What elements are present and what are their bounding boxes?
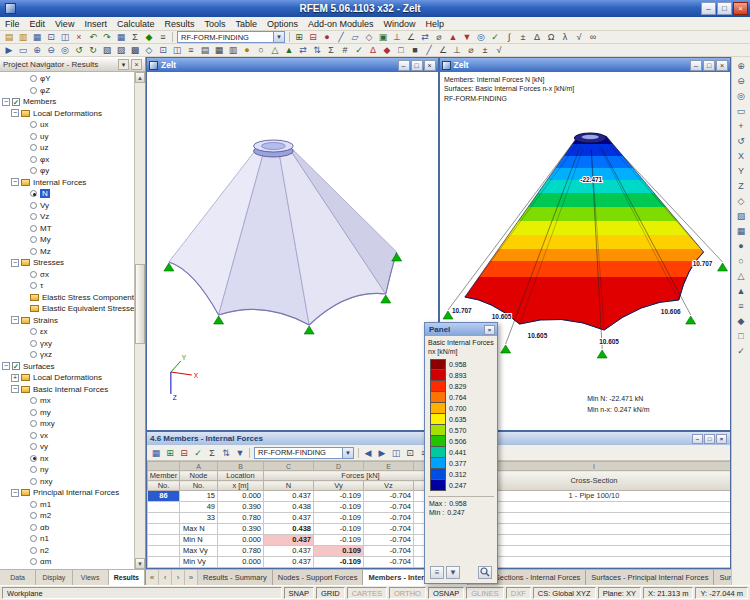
isometric-view-icon[interactable]: ◇ (142, 44, 156, 56)
menu-insert[interactable]: Insert (79, 17, 112, 31)
scroll-up-icon[interactable]: ▲ (135, 72, 145, 83)
dynamics-icon[interactable]: Ω (544, 31, 558, 43)
color-scale-icon[interactable]: ◆ (380, 44, 394, 56)
force-cell[interactable]: -0.109 (314, 513, 364, 524)
viewport-minimize-button[interactable]: – (398, 60, 410, 71)
location-cell[interactable]: 0.000 (218, 557, 264, 568)
verify-icon[interactable]: √ (572, 31, 586, 43)
transparent-icon[interactable]: ▥ (226, 44, 240, 56)
copy-icon[interactable]: ◫ (58, 31, 72, 43)
section-line-icon[interactable]: ╱ (422, 44, 436, 56)
expander-icon[interactable]: − (2, 98, 10, 106)
header-n[interactable]: N (264, 481, 314, 491)
header-node[interactable]: Node (180, 471, 218, 481)
header-vy[interactable]: Vy (314, 481, 364, 491)
supports-toggle-icon[interactable]: ▲ (734, 284, 749, 298)
viewport-title-bar[interactable]: Zelt – □ × (147, 58, 438, 72)
support-icon[interactable]: ▣ (376, 31, 390, 43)
tree-item-vx[interactable]: vx (0, 430, 134, 442)
print-table-icon[interactable]: ⊡ (403, 447, 417, 459)
supports-display-icon[interactable]: ▲ (282, 44, 296, 56)
expander-icon[interactable]: − (11, 489, 19, 497)
member-cell[interactable] (148, 524, 180, 535)
tree-item-x[interactable]: εx (0, 326, 134, 338)
columns-icon[interactable]: ◫ (389, 447, 403, 459)
radio-icon[interactable] (30, 167, 37, 174)
menu-window[interactable]: Window (379, 17, 421, 31)
force-cell[interactable]: -0.109 (314, 524, 364, 535)
viewport-close-button[interactable]: × (424, 60, 436, 71)
force-cell[interactable]: -0.704 (364, 524, 414, 535)
angle-icon[interactable]: ∠ (404, 31, 418, 43)
load-down-icon[interactable]: ▼ (460, 31, 474, 43)
force-cell[interactable]: -0.109 (314, 557, 364, 568)
tree-item-b[interactable]: αb (0, 522, 134, 534)
force-cell[interactable]: 0.438 (264, 502, 314, 513)
force-cell[interactable]: 0.437 (264, 546, 314, 557)
radio-icon[interactable] (30, 501, 37, 508)
menu-view[interactable]: View (50, 17, 79, 31)
panel-filter-button[interactable]: ▼ (446, 566, 460, 579)
line-icon[interactable]: ╱ (334, 31, 348, 43)
radio-icon[interactable] (30, 156, 37, 163)
tree-item-y[interactable]: φY (0, 73, 134, 85)
snap-toggle-icon[interactable]: ▦ (734, 224, 749, 238)
tree-item-uy[interactable]: uy (0, 131, 134, 143)
member-cell[interactable] (148, 502, 180, 513)
column-letter[interactable]: B (218, 462, 264, 471)
view-y-icon[interactable]: Y (734, 164, 749, 178)
tab-scroll-icon[interactable]: ‹ (159, 570, 172, 585)
expander-icon[interactable]: − (11, 259, 19, 267)
sum-icon[interactable]: Σ (205, 447, 219, 459)
rotate-right-icon[interactable]: ↻ (86, 44, 100, 56)
column-letter[interactable]: D (314, 462, 364, 471)
tree-item-internal-forces[interactable]: −Internal Forces (0, 177, 134, 189)
check-icon[interactable]: ✓ (488, 31, 502, 43)
table-manager-icon[interactable]: ▦ (149, 447, 163, 459)
header-node-no[interactable]: No. (180, 481, 218, 491)
tree-item-strains[interactable]: −Strains (0, 315, 134, 327)
zoom-region-icon[interactable]: ▭ (734, 104, 749, 118)
node-cell[interactable]: Max Vy (180, 546, 218, 557)
tree-item-local-deformations[interactable]: +Local Deformations (0, 372, 134, 384)
force-cell[interactable]: -0.109 (314, 502, 364, 513)
radio-icon[interactable] (30, 478, 37, 485)
validate-icon[interactable]: √ (492, 44, 506, 56)
radio-icon[interactable] (30, 202, 37, 209)
tree-item-mt[interactable]: MT (0, 223, 134, 235)
display-options-icon[interactable]: ≡ (184, 44, 198, 56)
status-coordinate-system[interactable]: CS: Global XYZ (533, 587, 596, 599)
section-icon[interactable]: ⌀ (432, 31, 446, 43)
cross-section-cell[interactable] (458, 524, 731, 535)
apply-icon[interactable]: ✓ (191, 447, 205, 459)
tab-scroll-icon[interactable]: › (172, 570, 185, 585)
radio-icon[interactable] (30, 133, 37, 140)
force-cell[interactable]: -0.704 (364, 546, 414, 557)
zoom-out-icon[interactable]: ⊖ (734, 74, 749, 88)
radio-icon[interactable] (30, 397, 37, 404)
sort-icon[interactable]: ⇅ (219, 447, 233, 459)
force-cell[interactable]: 0.704 (364, 568, 414, 569)
menu-file[interactable]: File (0, 17, 25, 31)
clip-toggle-icon[interactable]: □ (734, 329, 749, 343)
tree-item-my[interactable]: my (0, 407, 134, 419)
checkbox-checked-icon[interactable]: ✓ (12, 362, 20, 370)
view-z-icon[interactable]: Z (734, 179, 749, 193)
tolerance-icon[interactable]: ± (478, 44, 492, 56)
diameter-icon[interactable]: ⌀ (464, 44, 478, 56)
minimize-button[interactable]: – (701, 2, 716, 15)
filter-icon[interactable]: ▼ (233, 447, 247, 459)
table-load-case-combobox[interactable]: RF-FORM-FINDING ▼ (254, 447, 354, 459)
cross-section-cell[interactable] (458, 546, 731, 557)
viewport-close-button[interactable]: × (716, 60, 728, 71)
tree-item-mx[interactable]: mx (0, 395, 134, 407)
header-location-x[interactable]: x [m] (218, 481, 264, 491)
calculate-icon[interactable]: Σ (128, 31, 142, 43)
header-member-no[interactable]: No. (148, 481, 180, 491)
close-navigator-button[interactable]: × (131, 59, 142, 70)
tables-icon[interactable]: ▦ (114, 31, 128, 43)
status-plane[interactable]: Plane: XY (598, 587, 641, 599)
color-scale[interactable]: 0.9580.8930.8290.7640.7000.6350.5700.506… (430, 359, 494, 491)
column-letter[interactable]: C (264, 462, 314, 471)
member-cell[interactable] (148, 513, 180, 524)
